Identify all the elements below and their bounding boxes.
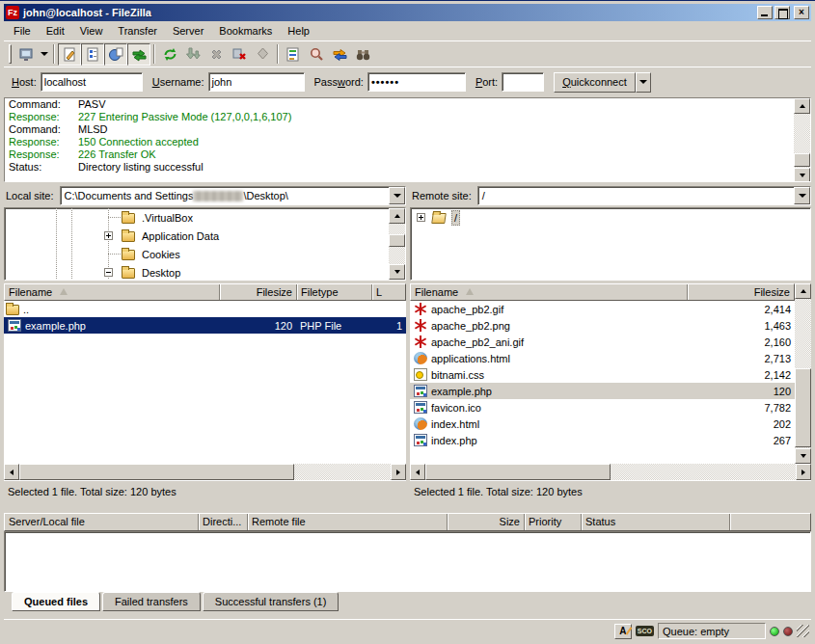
combo-dropdown-icon[interactable] bbox=[389, 187, 405, 204]
column-filesize[interactable]: Filesize bbox=[220, 284, 297, 300]
password-input[interactable]: •••••• bbox=[367, 72, 466, 92]
quickconnect-dropdown-icon[interactable] bbox=[636, 72, 651, 93]
filezilla-logo-icon[interactable]: Fz bbox=[6, 6, 19, 19]
remote-site-combo[interactable]: / bbox=[477, 186, 811, 205]
title-bar[interactable]: Fz john@localhost - FileZilla × bbox=[4, 4, 811, 21]
column-filesize[interactable]: Filesize bbox=[688, 284, 794, 300]
scroll-thumb[interactable] bbox=[425, 464, 611, 480]
scroll-left-icon[interactable] bbox=[410, 464, 425, 480]
column-server-local-file[interactable]: Server/Local file bbox=[5, 514, 199, 530]
quickconnect-button[interactable]: Quickconnect bbox=[554, 72, 636, 93]
queue-splitter[interactable] bbox=[4, 501, 811, 513]
column-size[interactable]: Size bbox=[448, 514, 525, 530]
disconnect-icon[interactable] bbox=[228, 43, 251, 66]
scroll-right-icon[interactable] bbox=[796, 464, 811, 480]
site-manager-dropdown-icon[interactable] bbox=[38, 43, 50, 66]
scroll-up-icon[interactable] bbox=[389, 208, 405, 224]
log-scrollbar[interactable] bbox=[794, 98, 810, 182]
file-row[interactable]: bitnami.css 2,142 bbox=[410, 366, 795, 383]
message-log-toggle-icon[interactable] bbox=[58, 43, 81, 66]
scroll-thumb[interactable] bbox=[19, 464, 294, 480]
file-row-parent-dir[interactable]: .. bbox=[4, 301, 406, 317]
tab-failed-transfers[interactable]: Failed transfers bbox=[102, 592, 201, 611]
toolbar-grip[interactable] bbox=[9, 44, 12, 64]
compare-directories-icon[interactable] bbox=[305, 43, 328, 66]
tab-successful-transfers[interactable]: Successful transfers (1) bbox=[203, 592, 340, 611]
menu-file[interactable]: File bbox=[6, 23, 39, 39]
process-queue-icon[interactable] bbox=[181, 43, 204, 66]
column-last-modified[interactable]: L bbox=[372, 284, 405, 300]
tree-item-root[interactable]: / bbox=[411, 208, 810, 227]
column-status[interactable]: Status bbox=[582, 514, 730, 530]
css-file-icon bbox=[414, 368, 427, 381]
log-line: Response:226 Transfer OK bbox=[5, 148, 810, 161]
scroll-down-icon[interactable] bbox=[795, 448, 811, 464]
tree-item-cookies[interactable]: Cookies bbox=[5, 245, 405, 263]
menu-view[interactable]: View bbox=[72, 23, 111, 39]
file-row[interactable]: index.php 267 bbox=[410, 432, 795, 448]
tree-item-application-data[interactable]: Application Data bbox=[5, 227, 405, 245]
transfer-queue-toggle-icon[interactable] bbox=[127, 43, 150, 66]
expand-plus-icon[interactable] bbox=[417, 213, 425, 222]
column-direction[interactable]: Directi... bbox=[199, 514, 248, 530]
menu-server[interactable]: Server bbox=[165, 23, 211, 39]
scroll-up-icon[interactable] bbox=[795, 283, 811, 299]
site-manager-icon[interactable] bbox=[14, 43, 38, 66]
remote-vertical-scrollbar[interactable] bbox=[795, 283, 811, 464]
scroll-up-icon[interactable] bbox=[794, 98, 810, 114]
file-row[interactable]: apache_pb2.png 1,463 bbox=[410, 317, 795, 334]
local-horizontal-scrollbar[interactable] bbox=[4, 464, 406, 480]
file-row[interactable]: favicon.ico 7,782 bbox=[410, 399, 795, 416]
scroll-thumb[interactable] bbox=[794, 153, 810, 167]
local-site-combo[interactable]: C:\Documents and Settings\Desktop\ bbox=[60, 186, 406, 205]
menu-edit[interactable]: Edit bbox=[39, 23, 72, 39]
host-input[interactable]: localhost bbox=[41, 72, 143, 92]
ascii-type-icon[interactable]: A bbox=[614, 624, 632, 639]
redacted-username bbox=[193, 191, 243, 201]
expand-plus-icon[interactable] bbox=[104, 231, 113, 240]
tab-queued-files[interactable]: Queued files bbox=[12, 592, 100, 611]
column-filename[interactable]: Filename bbox=[411, 284, 688, 300]
menu-transfer[interactable]: Transfer bbox=[110, 23, 165, 39]
file-row[interactable]: apache_pb2_ani.gif 2,160 bbox=[410, 334, 795, 350]
sync-browsing-icon[interactable] bbox=[328, 43, 351, 66]
username-input[interactable]: john bbox=[208, 72, 305, 92]
column-priority[interactable]: Priority bbox=[525, 514, 582, 530]
scroll-thumb[interactable] bbox=[389, 234, 405, 247]
local-treeview-toggle-icon[interactable] bbox=[81, 43, 104, 66]
speed-limit-icon[interactable]: SCO bbox=[636, 626, 654, 636]
file-row-example-php[interactable]: example.php 120 PHP File 1 bbox=[4, 317, 406, 334]
scroll-down-icon[interactable] bbox=[389, 264, 405, 280]
tree-item-desktop[interactable]: Desktop bbox=[5, 263, 405, 281]
tree-scrollbar[interactable] bbox=[389, 208, 405, 280]
scroll-down-icon[interactable] bbox=[794, 168, 810, 182]
file-row[interactable]: apache_pb2.gif 2,414 bbox=[410, 301, 795, 317]
menu-help[interactable]: Help bbox=[280, 23, 317, 39]
refresh-icon[interactable] bbox=[158, 43, 181, 66]
file-row[interactable]: applications.html 2,713 bbox=[410, 350, 795, 366]
find-files-icon[interactable] bbox=[351, 43, 374, 66]
tree-item-virtualbox[interactable]: .VirtualBox bbox=[5, 208, 405, 227]
close-icon[interactable]: × bbox=[794, 6, 809, 19]
maximize-icon[interactable] bbox=[774, 6, 790, 19]
column-filetype[interactable]: Filetype bbox=[297, 284, 372, 300]
scroll-thumb[interactable] bbox=[795, 368, 811, 447]
column-filename[interactable]: Filename bbox=[5, 284, 220, 300]
menu-bookmarks[interactable]: Bookmarks bbox=[211, 23, 280, 39]
column-remote-file[interactable]: Remote file bbox=[248, 514, 448, 530]
collapse-minus-icon[interactable] bbox=[104, 268, 113, 277]
remote-horizontal-scrollbar[interactable] bbox=[410, 464, 811, 480]
resize-grip-icon[interactable] bbox=[797, 625, 809, 637]
cancel-icon[interactable] bbox=[204, 43, 228, 66]
combo-dropdown-icon[interactable] bbox=[794, 187, 810, 204]
file-row-example-php[interactable]: example.php 120 bbox=[410, 383, 795, 399]
filter-icon[interactable] bbox=[282, 43, 305, 66]
file-row[interactable]: index.html 202 bbox=[410, 416, 795, 432]
queue-list[interactable] bbox=[4, 531, 811, 592]
port-input[interactable] bbox=[502, 72, 544, 92]
remote-treeview-toggle-icon[interactable] bbox=[104, 43, 127, 66]
minimize-icon[interactable] bbox=[757, 6, 773, 19]
reconnect-icon[interactable] bbox=[251, 43, 274, 66]
scroll-left-icon[interactable] bbox=[4, 464, 19, 480]
scroll-right-icon[interactable] bbox=[391, 464, 406, 480]
